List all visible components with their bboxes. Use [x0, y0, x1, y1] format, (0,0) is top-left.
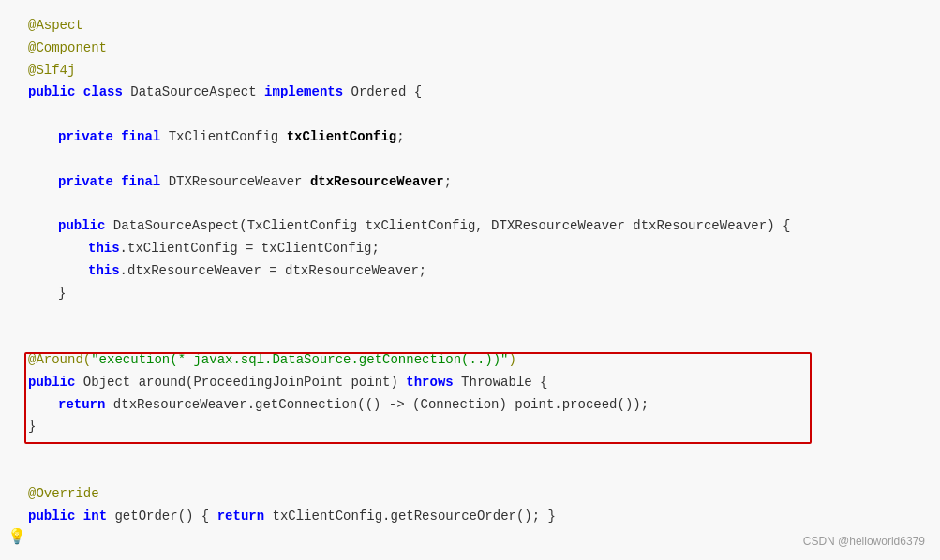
code-line	[28, 327, 921, 349]
code-line: public Object around(ProceedingJoinPoint…	[28, 372, 921, 394]
code-content: @Aspect@Component@Slf4jpublic class Data…	[28, 15, 921, 527]
code-line: @Aspect	[28, 15, 921, 37]
code-line: @Slf4j	[28, 60, 921, 82]
bulb-icon: 💡	[7, 525, 26, 551]
code-line: this.txClientConfig = txClientConfig;	[28, 238, 921, 260]
code-line	[28, 304, 921, 327]
code-line: }	[28, 416, 921, 438]
code-line: }	[28, 283, 921, 305]
code-line	[28, 193, 921, 215]
code-line	[28, 461, 921, 483]
code-line: public int getOrder() { return txClientC…	[28, 506, 921, 528]
code-line: private final DTXResourceWeaver dtxResou…	[28, 171, 921, 194]
watermark: CSDN @helloworld6379	[803, 532, 925, 551]
code-line	[28, 104, 921, 126]
code-line: private final TxClientConfig txClientCon…	[28, 126, 921, 149]
code-line: @Override	[28, 483, 921, 506]
code-line: @Component	[28, 37, 921, 60]
code-line: public class DataSourceAspect implements…	[28, 81, 921, 104]
code-line: @Around("execution(* javax.sql.DataSourc…	[28, 349, 921, 372]
code-line	[28, 438, 921, 461]
code-line: public DataSourceAspect(TxClientConfig t…	[28, 215, 921, 238]
code-line: return dtxResourceWeaver.getConnection((…	[28, 394, 921, 417]
code-editor: @Aspect@Component@Slf4jpublic class Data…	[0, 0, 940, 560]
code-line	[28, 149, 921, 171]
code-line: this.dtxResourceWeaver = dtxResourceWeav…	[28, 260, 921, 283]
